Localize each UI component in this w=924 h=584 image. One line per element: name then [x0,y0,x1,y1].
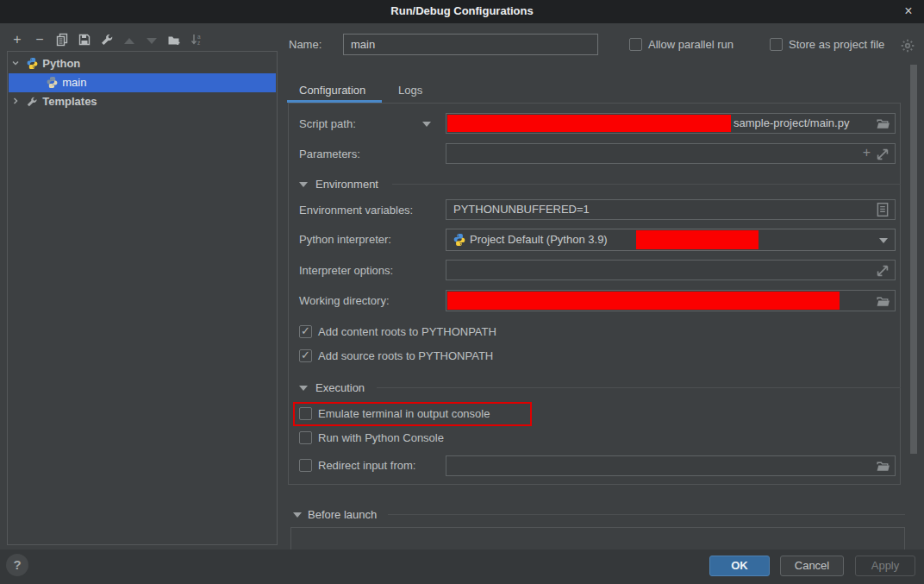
gear-icon[interactable] [900,38,915,53]
python-interpreter-combo[interactable]: Project Default (Python 3.9) [446,229,896,251]
copy-icon [55,33,69,47]
sidebar-item-python[interactable]: Python [9,54,276,73]
add-source-roots-checkbox[interactable] [299,349,312,362]
section-divider [392,184,901,185]
section-divider [377,387,901,388]
add-content-roots-checkbox[interactable] [299,325,312,338]
apply-button[interactable]: Apply [855,556,915,576]
edit-templates-button[interactable] [98,31,116,48]
add-configuration-button[interactable]: + [9,31,26,48]
interpreter-options-field[interactable] [446,260,896,280]
sidebar-item-label: main [62,76,86,89]
environment-section-label[interactable]: Environment [315,178,378,191]
dialog-titlebar: Run/Debug Configurations × [0,0,924,23]
tab-logs[interactable]: Logs [398,84,422,97]
edit-variables-icon[interactable] [875,202,890,217]
run-debug-configurations-dialog: Run/Debug Configurations × + − az Python [0,0,924,584]
dialog-title: Run/Debug Configurations [0,4,924,17]
ok-button[interactable]: OK [709,556,770,576]
svg-text:z: z [197,40,200,46]
expand-field-icon[interactable] [875,263,890,279]
interpreter-dropdown-icon[interactable] [879,238,888,243]
sidebar-item-label: Python [42,57,80,70]
cancel-button[interactable]: Cancel [780,556,844,576]
parameters-field[interactable]: + [446,143,896,164]
before-launch-section-label[interactable]: Before launch [308,508,377,521]
up-arrow-icon [124,38,134,44]
redirect-input-field[interactable] [446,455,896,476]
svg-text:a: a [197,34,201,40]
remove-configuration-button[interactable]: − [31,31,48,48]
script-path-value: sample-project/main.py [734,116,849,129]
redaction-block [447,115,731,132]
sidebar-item-templates[interactable]: Templates [9,92,276,111]
before-launch-task-list[interactable] [290,527,905,549]
down-arrow-icon [147,38,157,44]
environment-collapse-icon[interactable] [299,182,308,187]
chevron-right-icon[interactable] [9,92,22,111]
redirect-input-label[interactable]: Redirect input from: [318,459,415,472]
add-source-roots-label[interactable]: Add source roots to PYTHONPATH [318,349,493,362]
working-directory-field[interactable] [446,290,896,311]
allow-parallel-run-label[interactable]: Allow parallel run [648,38,734,51]
script-path-label: Script path: [299,117,356,130]
interpreter-options-label: Interpreter options: [299,264,393,277]
move-up-button[interactable] [121,31,138,48]
environment-variables-value: PYTHONUNBUFFERED=1 [453,203,590,216]
emulate-terminal-checkbox[interactable] [299,407,312,420]
expand-field-icon[interactable] [875,147,890,162]
execution-section-label[interactable]: Execution [315,381,365,394]
move-down-button[interactable] [143,31,160,48]
working-directory-label: Working directory: [299,294,390,307]
script-path-field[interactable]: sample-project/main.py [446,113,896,134]
sidebar-item-main[interactable]: main [9,73,276,92]
execution-collapse-icon[interactable] [299,386,308,391]
copy-configuration-button[interactable] [53,31,71,48]
run-with-python-console-label[interactable]: Run with Python Console [318,431,444,444]
script-path-dropdown-icon[interactable] [422,122,431,127]
folder-icon[interactable] [876,116,891,132]
python-interpreter-value: Project Default (Python 3.9) [470,233,608,246]
python-logo-icon [453,233,466,247]
python-config-icon [46,76,59,90]
sidebar-item-label: Templates [42,95,97,108]
minus-icon: − [35,32,43,47]
plus-icon: + [13,32,21,47]
redirect-input-checkbox[interactable] [299,459,312,472]
before-launch-collapse-icon[interactable] [293,512,302,518]
configurations-tree-panel: Python main Templates [7,51,278,545]
sort-alpha-icon: az [190,33,203,47]
add-content-roots-label[interactable]: Add content roots to PYTHONPATH [318,325,496,338]
close-icon[interactable]: × [900,2,917,21]
environment-variables-field[interactable]: PYTHONUNBUFFERED=1 [446,199,896,220]
templates-wrench-icon [26,95,40,109]
redaction-block [636,230,759,249]
python-logo-icon [26,57,40,71]
section-divider [388,514,905,515]
name-input[interactable] [343,34,598,55]
chevron-down-icon[interactable] [9,54,22,73]
save-configuration-button[interactable] [76,31,93,48]
folder-icon[interactable] [876,459,891,474]
add-macro-icon[interactable]: + [863,145,871,160]
python-interpreter-label: Python interpreter: [299,233,391,246]
new-folder-icon [167,33,182,47]
tab-configuration[interactable]: Configuration [299,84,365,97]
run-with-python-console-checkbox[interactable] [299,431,312,444]
store-as-project-file-checkbox[interactable] [770,38,783,51]
sort-configurations-button[interactable]: az [188,31,205,48]
environment-variables-label: Environment variables: [299,204,413,217]
name-label: Name: [289,38,322,51]
help-button[interactable]: ? [6,554,28,576]
vertical-scrollbar[interactable] [910,65,917,454]
redaction-block [447,292,840,310]
save-icon [78,33,91,47]
store-as-project-file-label[interactable]: Store as project file [789,38,884,51]
question-mark-icon: ? [13,557,21,572]
emulate-terminal-label[interactable]: Emulate terminal in output console [318,407,490,420]
folder-icon[interactable] [876,294,891,310]
allow-parallel-run-checkbox[interactable] [629,38,642,51]
wrench-icon [100,33,114,47]
parameters-label: Parameters: [299,148,360,160]
new-folder-button[interactable] [165,31,183,48]
